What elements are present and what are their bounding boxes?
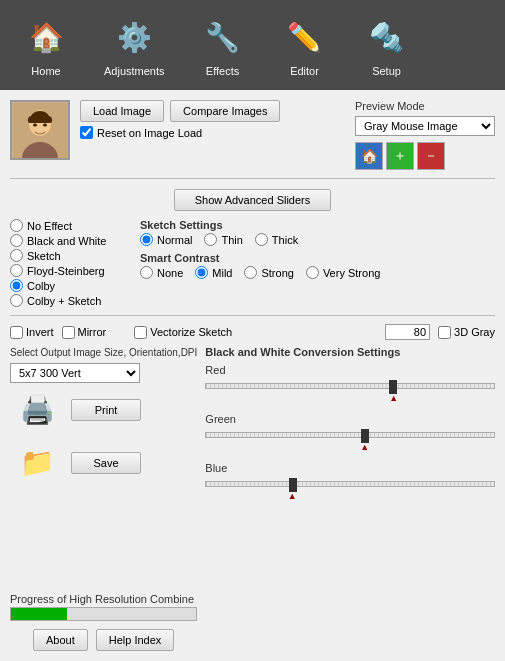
red-slider-container: ▲	[205, 377, 495, 399]
contrast-very-strong[interactable]: Very Strong	[306, 266, 380, 279]
avatar	[10, 100, 70, 160]
label-colby-sketch: Colby + Sketch	[27, 295, 101, 307]
green-thumb[interactable]	[361, 429, 369, 443]
label-no-effect: No Effect	[27, 220, 72, 232]
label-sketch: Sketch	[27, 250, 61, 262]
effect-item-no-effect[interactable]: No Effect	[10, 219, 130, 232]
smart-contrast-label: Smart Contrast	[140, 252, 495, 264]
radio-normal[interactable]	[140, 233, 153, 246]
toolbar-adjustments[interactable]: ⚙️ Adjustments	[92, 8, 177, 82]
red-slider-bg[interactable]	[205, 383, 495, 389]
show-advanced-sliders-button[interactable]: Show Advanced Sliders	[174, 189, 332, 211]
label-bw: Black and White	[27, 235, 106, 247]
radio-thick[interactable]	[255, 233, 268, 246]
radio-thin[interactable]	[204, 233, 217, 246]
help-index-button[interactable]: Help Index	[96, 629, 175, 651]
blue-slider-group: Blue ▲	[205, 462, 495, 497]
green-slider-bg[interactable]	[205, 432, 495, 438]
toolbar: 🏠 Home ⚙️ Adjustments 🔧 Effects ✏️ Edito…	[0, 0, 505, 90]
print-button[interactable]: Print	[71, 399, 141, 421]
red-thumb[interactable]	[389, 380, 397, 394]
preview-add-icon[interactable]: ＋	[386, 142, 414, 170]
toolbar-home-label: Home	[31, 65, 60, 77]
contrast-options-row: None Mild Strong Very Strong	[140, 266, 495, 279]
radio-colby[interactable]	[10, 279, 23, 292]
home-icon: 🏠	[22, 13, 70, 61]
effect-item-bw[interactable]: Black and White	[10, 234, 130, 247]
contrast-strong[interactable]: Strong	[244, 266, 293, 279]
about-button[interactable]: About	[33, 629, 88, 651]
radio-strong[interactable]	[244, 266, 257, 279]
toolbar-setup[interactable]: 🔩 Setup	[351, 8, 423, 82]
radio-none[interactable]	[140, 266, 153, 279]
radio-sketch[interactable]	[10, 249, 23, 262]
reset-checkbox[interactable]	[80, 126, 93, 139]
toolbar-effects[interactable]: 🔧 Effects	[187, 8, 259, 82]
blue-label: Blue	[205, 462, 495, 474]
reset-checkbox-row: Reset on Image Load	[80, 126, 280, 139]
label-mild: Mild	[212, 267, 232, 279]
progress-bar-outer	[10, 607, 197, 621]
label-strong: Strong	[261, 267, 293, 279]
gray-3d-checkbox[interactable]	[438, 326, 451, 339]
svg-point-4	[43, 123, 47, 126]
print-row: 🖨️ Print	[10, 387, 197, 432]
sketch-thin[interactable]: Thin	[204, 233, 242, 246]
contrast-none[interactable]: None	[140, 266, 183, 279]
blue-slider-container: ▲	[205, 475, 495, 497]
output-label: Select Output Image Size, Orientation,DP…	[10, 346, 197, 359]
toolbar-editor[interactable]: ✏️ Editor	[269, 8, 341, 82]
preview-icons: 🏠 ＋ －	[355, 142, 495, 170]
red-slider-group: Red ▲	[205, 364, 495, 399]
top-row: Load Image Compare Images Reset on Image…	[10, 100, 495, 170]
vectorize-label: Vectorize Sketch	[150, 326, 232, 338]
output-select[interactable]: 5x7 300 Vert	[10, 363, 140, 383]
progress-label: Progress of High Resolution Combine	[10, 593, 197, 605]
effect-item-colby[interactable]: Colby	[10, 279, 130, 292]
printer-icon: 🖨️	[10, 387, 65, 432]
invert-checkbox[interactable]	[10, 326, 23, 339]
mirror-label: Mirror	[78, 326, 107, 338]
preview-home-icon[interactable]: 🏠	[355, 142, 383, 170]
mirror-checkbox[interactable]	[62, 326, 75, 339]
blue-thumb[interactable]	[289, 478, 297, 492]
radio-colby-sketch[interactable]	[10, 294, 23, 307]
save-row: 📁 Save	[10, 440, 197, 485]
compare-images-button[interactable]: Compare Images	[170, 100, 280, 122]
setup-icon: 🔩	[363, 13, 411, 61]
sketch-normal[interactable]: Normal	[140, 233, 192, 246]
advanced-sliders-row: Show Advanced Sliders	[10, 189, 495, 211]
radio-very-strong[interactable]	[306, 266, 319, 279]
radio-no-effect[interactable]	[10, 219, 23, 232]
toolbar-effects-label: Effects	[206, 65, 239, 77]
main-panel: Load Image Compare Images Reset on Image…	[0, 90, 505, 661]
mirror-check[interactable]: Mirror	[62, 326, 107, 339]
top-buttons: Load Image Compare Images Reset on Image…	[80, 100, 280, 139]
toolbar-adjustments-label: Adjustments	[104, 65, 165, 77]
3d-gray-check[interactable]: 3D Gray	[438, 326, 495, 339]
radio-floyd[interactable]	[10, 264, 23, 277]
toolbar-setup-label: Setup	[372, 65, 401, 77]
radio-mild[interactable]	[195, 266, 208, 279]
bottom-buttons: About Help Index	[10, 629, 197, 651]
radio-bw[interactable]	[10, 234, 23, 247]
blue-slider-bg[interactable]	[205, 481, 495, 487]
effects-settings-row: No Effect Black and White Sketch Floyd-S…	[10, 219, 495, 307]
effect-item-floyd[interactable]: Floyd-Steinberg	[10, 264, 130, 277]
effect-item-colby-sketch[interactable]: Colby + Sketch	[10, 294, 130, 307]
contrast-mild[interactable]: Mild	[195, 266, 232, 279]
settings-panel: Sketch Settings Normal Thin Thick	[140, 219, 495, 307]
label-floyd: Floyd-Steinberg	[27, 265, 105, 277]
sketch-thick[interactable]: Thick	[255, 233, 298, 246]
invert-check[interactable]: Invert	[10, 326, 54, 339]
preview-minus-icon[interactable]: －	[417, 142, 445, 170]
vectorize-check[interactable]: Vectorize Sketch	[134, 326, 232, 339]
progress-bar-inner	[11, 608, 67, 620]
effect-item-sketch[interactable]: Sketch	[10, 249, 130, 262]
vectorize-checkbox[interactable]	[134, 326, 147, 339]
preview-mode-select[interactable]: Gray Mouse Image	[355, 116, 495, 136]
load-image-button[interactable]: Load Image	[80, 100, 164, 122]
save-button[interactable]: Save	[71, 452, 141, 474]
value-80-input[interactable]	[385, 324, 430, 340]
toolbar-home[interactable]: 🏠 Home	[10, 8, 82, 82]
